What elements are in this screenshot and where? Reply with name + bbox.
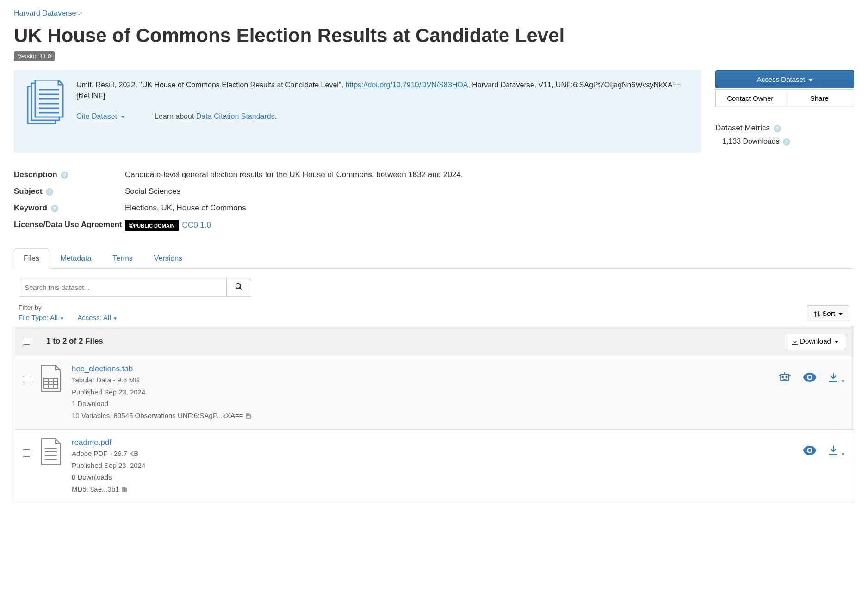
file-published: Published Sep 23, 2024 (72, 387, 769, 398)
help-icon[interactable]: ? (783, 138, 790, 146)
caret-down-icon (809, 79, 812, 81)
page-title: UK House of Commons Election Results at … (14, 25, 854, 47)
file-type-icon (39, 438, 62, 467)
tab-metadata[interactable]: Metadata (51, 248, 101, 269)
select-all-checkbox[interactable] (23, 338, 30, 345)
file-type-size: Tabular Data - 9.6 MB (72, 375, 769, 386)
download-file-icon[interactable]: ▼ (828, 445, 845, 457)
citation-box: Umit, Resul, 2022, "UK House of Commons … (14, 70, 701, 153)
citation-doi-link[interactable]: https://doi.org/10.7910/DVN/S83HOA (345, 81, 468, 89)
preview-icon[interactable] (803, 446, 816, 456)
help-icon[interactable]: ? (51, 205, 58, 212)
svg-point-12 (782, 376, 784, 378)
caret-down-icon (121, 116, 125, 118)
learn-about-text: Learn about (155, 112, 196, 120)
search-icon (235, 283, 242, 290)
file-details: 10 Variables, 89545 Observations UNF:6:S… (72, 411, 769, 421)
caret-down-icon (839, 313, 843, 315)
files-count-label: 1 to 2 of 2 Files (46, 337, 103, 346)
access-dataset-button[interactable]: Access Dataset (715, 70, 854, 88)
files-header: 1 to 2 of 2 Files Download (14, 326, 854, 356)
contact-owner-button[interactable]: Contact Owner (715, 89, 785, 107)
keyword-label: Keyword ? (14, 203, 125, 213)
file-details: MD5: 8ae...3b1 (72, 484, 794, 495)
file-downloads: 1 Download (72, 399, 769, 409)
metadata-table: Description ? Candidate-level general el… (14, 166, 854, 234)
svg-rect-6 (44, 378, 58, 388)
caret-down-icon: ▼ (841, 452, 845, 457)
description-value: Candidate-level general election results… (125, 170, 854, 179)
description-label: Description ? (14, 170, 125, 179)
subject-value: Social Sciences (125, 187, 854, 196)
file-checkbox[interactable] (23, 449, 30, 457)
downloads-count: 1,133 Downloads ? (715, 137, 854, 146)
help-icon[interactable]: ? (46, 188, 53, 196)
file-row: hoc_elections.tab Tabular Data - 9.6 MB … (14, 356, 854, 430)
svg-point-13 (786, 376, 787, 378)
download-file-icon[interactable]: ▼ (828, 372, 845, 384)
tab-terms[interactable]: Terms (103, 248, 143, 269)
tab-files[interactable]: Files (14, 248, 49, 269)
file-published: Published Sep 23, 2024 (72, 461, 794, 471)
caret-down-icon: ▼ (113, 316, 118, 321)
file-type-size: Adobe PDF - 26.7 KB (72, 449, 794, 459)
cite-dataset-link[interactable]: Cite Dataset (76, 112, 125, 120)
access-filter[interactable]: Access: All ▼ (77, 314, 118, 321)
share-button[interactable]: Share (785, 89, 855, 107)
explore-icon[interactable] (778, 371, 792, 385)
breadcrumb-root-link[interactable]: Harvard Dataverse (14, 9, 76, 17)
search-input[interactable] (19, 278, 227, 297)
caret-down-icon (835, 341, 838, 343)
version-badge: Version 11.0 (14, 51, 55, 61)
download-icon (792, 338, 798, 345)
file-downloads: 0 Downloads (72, 472, 794, 483)
data-citation-standards-link[interactable]: Data Citation Standards (196, 112, 275, 120)
tabs: Files Metadata Terms Versions (14, 248, 854, 269)
help-icon[interactable]: ? (61, 172, 68, 179)
sort-icon (814, 311, 820, 317)
download-button[interactable]: Download (785, 333, 845, 349)
tab-versions[interactable]: Versions (144, 248, 192, 269)
caret-down-icon: ▼ (60, 316, 64, 321)
search-button[interactable] (227, 278, 251, 297)
help-icon[interactable]: ? (774, 125, 781, 132)
breadcrumb: Harvard Dataverse > (14, 9, 854, 18)
subject-label: Subject ? (14, 187, 125, 196)
license-value: ⓪ PUBLIC DOMAINCC0 1.0 (125, 220, 854, 231)
cc0-badge-icon: ⓪ PUBLIC DOMAIN (125, 220, 179, 231)
breadcrumb-sep: > (78, 9, 82, 17)
file-name-link[interactable]: hoc_elections.tab (72, 364, 133, 373)
file-type-icon (39, 364, 62, 394)
file-row: readme.pdf Adobe PDF - 26.7 KB Published… (14, 430, 854, 503)
caret-down-icon: ▼ (841, 379, 845, 384)
keyword-value: Elections, UK, House of Commons (125, 203, 854, 213)
filter-by-label: Filter by (19, 304, 129, 311)
file-checkbox[interactable] (23, 376, 30, 383)
preview-icon[interactable] (803, 373, 816, 383)
citation-text-before: Umit, Resul, 2022, "UK House of Commons … (76, 81, 345, 89)
file-type-filter[interactable]: File Type: All ▼ (19, 314, 64, 321)
sidebar: Access Dataset Contact Owner Share Datas… (715, 70, 854, 153)
cc0-link[interactable]: CC0 1.0 (182, 221, 211, 229)
dataset-icon (23, 80, 65, 143)
metrics-title: Dataset Metrics ? (715, 123, 854, 133)
license-label: License/Data Use Agreement (14, 220, 125, 231)
file-name-link[interactable]: readme.pdf (72, 438, 112, 447)
sort-button[interactable]: Sort (807, 305, 849, 321)
